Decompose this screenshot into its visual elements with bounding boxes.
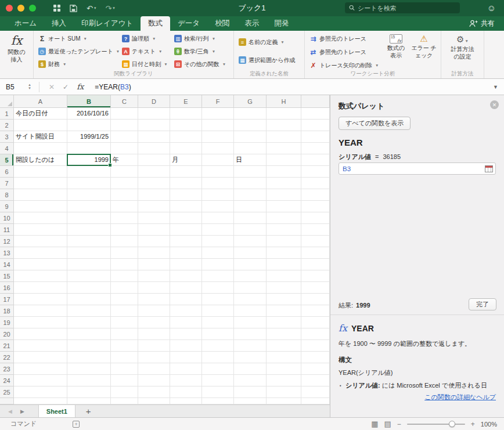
row-header-23[interactable]: 23 xyxy=(0,363,14,375)
cell-C6[interactable] xyxy=(111,166,138,178)
cell-A5[interactable]: 開設したのは xyxy=(14,154,67,166)
cell-A9[interactable] xyxy=(14,201,67,212)
ribbon-tab-ホーム[interactable]: ホーム xyxy=(7,16,44,31)
more-functions-button[interactable]: ⊞その他の関数▼ xyxy=(173,59,230,70)
cell-B10[interactable] xyxy=(67,212,111,224)
cell-B1[interactable]: 2016/10/16 xyxy=(67,108,111,120)
row-header-20[interactable]: 20 xyxy=(0,328,14,340)
cell-B2[interactable] xyxy=(67,120,111,131)
cell-C24[interactable] xyxy=(111,375,138,386)
status-selection-icon[interactable] xyxy=(73,421,80,428)
cell-C20[interactable] xyxy=(111,328,138,340)
cell-E22[interactable] xyxy=(170,352,202,363)
cell-F21[interactable] xyxy=(202,340,234,352)
zoom-slider-knob[interactable] xyxy=(449,421,455,427)
share-button[interactable]: 共有 xyxy=(469,16,504,31)
cell-H6[interactable] xyxy=(267,166,301,178)
cell-E26[interactable] xyxy=(170,398,202,404)
cell-E9[interactable] xyxy=(170,201,202,212)
cell-F4[interactable] xyxy=(202,143,234,154)
cell-D19[interactable] xyxy=(138,317,170,328)
cell-A2[interactable] xyxy=(14,120,67,131)
lookup-button[interactable]: ▥検索/行列▼ xyxy=(173,33,230,44)
redo-icon[interactable]: ↷▾ xyxy=(105,4,114,13)
cell-G8[interactable] xyxy=(234,189,267,201)
cell-C26[interactable] xyxy=(111,398,138,404)
cell-G14[interactable] xyxy=(234,259,267,270)
cell-F3[interactable] xyxy=(202,131,234,143)
cell-A12[interactable] xyxy=(14,236,67,247)
done-button[interactable]: 完了 xyxy=(469,298,496,310)
cell-E8[interactable] xyxy=(170,189,202,201)
cell-B14[interactable] xyxy=(67,259,111,270)
cell-G21[interactable] xyxy=(234,340,267,352)
cell-B3[interactable]: 1999/1/25 xyxy=(67,131,111,143)
cell-F15[interactable] xyxy=(202,270,234,282)
undo-icon[interactable]: ↶▾ xyxy=(87,4,96,13)
cell-E25[interactable] xyxy=(170,386,202,398)
financial-button[interactable]: $財務▼ xyxy=(37,59,118,70)
cell-D5[interactable] xyxy=(138,154,170,166)
next-sheet-icon[interactable]: ▶ xyxy=(20,409,24,414)
row-header-14[interactable]: 14 xyxy=(0,259,14,270)
cell-C11[interactable] xyxy=(111,224,138,236)
cell-F18[interactable] xyxy=(202,305,234,317)
cell-G2[interactable] xyxy=(234,120,267,131)
row-header-5[interactable]: 5 xyxy=(0,154,14,166)
row-header-partial[interactable] xyxy=(0,398,14,404)
cell-H4[interactable] xyxy=(267,143,301,154)
cell-A16[interactable] xyxy=(14,282,67,294)
row-header-24[interactable]: 24 xyxy=(0,375,14,386)
cell-H25[interactable] xyxy=(267,386,301,398)
cell-C3[interactable] xyxy=(111,131,138,143)
formula-input[interactable]: =YEAR(B3) xyxy=(95,83,131,91)
cell-H8[interactable] xyxy=(267,189,301,201)
cell-D18[interactable] xyxy=(138,305,170,317)
cell-G13[interactable] xyxy=(234,247,267,259)
column-header-C[interactable]: C xyxy=(111,95,138,108)
fullscreen-window-button[interactable] xyxy=(29,5,36,12)
row-header-10[interactable]: 10 xyxy=(0,212,14,224)
cell-G5[interactable]: 日 xyxy=(234,154,267,166)
close-pane-icon[interactable]: ✕ xyxy=(490,100,499,109)
cell-C16[interactable] xyxy=(111,282,138,294)
column-header-F[interactable]: F xyxy=(202,95,234,108)
feedback-smiley-icon[interactable]: ☺ xyxy=(487,3,496,13)
cell-H24[interactable] xyxy=(267,375,301,386)
cell-A24[interactable] xyxy=(14,375,67,386)
row-header-12[interactable]: 12 xyxy=(0,236,14,247)
cell-G11[interactable] xyxy=(234,224,267,236)
row-header-25[interactable]: 25 xyxy=(0,386,14,398)
cell-D22[interactable] xyxy=(138,352,170,363)
row-header-18[interactable]: 18 xyxy=(0,305,14,317)
minimize-window-button[interactable] xyxy=(17,5,24,12)
normal-view-icon[interactable]: ▦ xyxy=(371,421,378,428)
cell-C14[interactable] xyxy=(111,259,138,270)
cell-B11[interactable] xyxy=(67,224,111,236)
cell-C7[interactable] xyxy=(111,178,138,189)
recently-used-button[interactable]: ◷最近使ったテンプレート▼ xyxy=(37,46,118,57)
cell-D12[interactable] xyxy=(138,236,170,247)
cell-H18[interactable] xyxy=(267,305,301,317)
cell-D15[interactable] xyxy=(138,270,170,282)
cell-E12[interactable] xyxy=(170,236,202,247)
cell-A23[interactable] xyxy=(14,363,67,375)
cell-A4[interactable] xyxy=(14,143,67,154)
stepper-down-icon[interactable]: ▼ xyxy=(28,87,31,90)
cell-D9[interactable] xyxy=(138,201,170,212)
name-box-stepper[interactable]: ▲▼ xyxy=(26,84,34,90)
cell-G10[interactable] xyxy=(234,212,267,224)
ribbon-tab-開発[interactable]: 開発 xyxy=(267,16,296,31)
row-header-8[interactable]: 8 xyxy=(0,189,14,201)
app-grid-icon[interactable] xyxy=(53,5,60,12)
cell-G9[interactable] xyxy=(234,201,267,212)
cell-H26[interactable] xyxy=(267,398,301,404)
cell-C15[interactable] xyxy=(111,270,138,282)
cell-D21[interactable] xyxy=(138,340,170,352)
cell-G23[interactable] xyxy=(234,363,267,375)
cell-F16[interactable] xyxy=(202,282,234,294)
cell-H23[interactable] xyxy=(267,363,301,375)
cell-F7[interactable] xyxy=(202,178,234,189)
remove-arrows-button[interactable]: ✗トレース矢印の削除▼ xyxy=(308,60,381,71)
prev-sheet-icon[interactable]: ◀ xyxy=(8,409,12,414)
